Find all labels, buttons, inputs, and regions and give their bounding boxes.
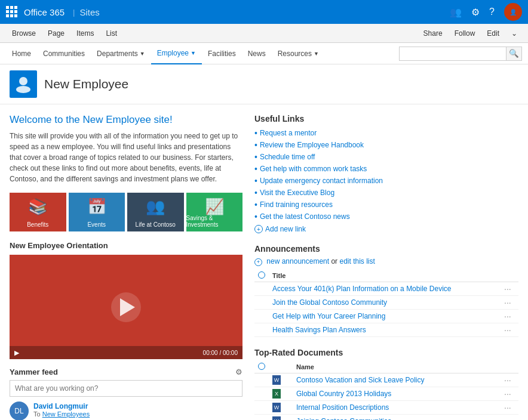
doc-item-1[interactable]: Global Country 2013 Holidays	[296, 390, 391, 398]
doc-type-icon: W	[272, 403, 281, 412]
yammer-status-input[interactable]	[10, 380, 242, 397]
link-contoso-news[interactable]: Get the latest Contoso news	[260, 212, 350, 221]
yammer-avatar-1: DL	[10, 402, 29, 420]
ann-item-0[interactable]: Access Your 401(k) Plan Information on a…	[272, 285, 452, 293]
doc-item-3[interactable]: Joining Contoso Communities	[296, 417, 391, 421]
announcements-table: Title Access Your 401(k) Plan Informatio…	[254, 270, 518, 337]
announcements-section: Announcements + new announcement or edit…	[254, 244, 518, 337]
play-button[interactable]	[111, 292, 141, 322]
table-row: Health Savings Plan Answers ···	[254, 323, 518, 336]
doc-dots-2[interactable]: ···	[501, 400, 518, 414]
ann-or: or	[331, 257, 337, 265]
video-play-icon[interactable]: ▶	[14, 349, 19, 357]
doc-dots-3[interactable]: ···	[501, 414, 518, 420]
nav-communities[interactable]: Communities	[37, 43, 91, 64]
resources-arrow: ▼	[314, 51, 319, 57]
user-avatar[interactable]: 👤	[504, 3, 522, 21]
useful-links-list: Request a mentor Review the Employee Han…	[254, 128, 518, 221]
announcements-sub: + new announcement or edit this list	[254, 257, 518, 266]
ribbon-items[interactable]: Items	[70, 24, 100, 43]
doc-item-0[interactable]: Contoso Vacation and Sick Leave Policy	[296, 376, 425, 384]
tile-life-label: Life at Contoso	[136, 221, 176, 228]
tile-life[interactable]: 👥 Life at Contoso	[127, 193, 184, 231]
settings-icon[interactable]: ⚙	[471, 7, 480, 18]
ribbon-collapse-icon[interactable]: ⌄	[506, 29, 522, 38]
yammer-title: Yammer feed	[10, 368, 58, 376]
nav-employee[interactable]: Employee ▼	[151, 43, 202, 64]
tile-events[interactable]: 📅 Events	[69, 193, 125, 231]
useful-links-title: Useful Links	[254, 114, 518, 123]
doc-dots-1[interactable]: ···	[501, 387, 518, 400]
add-new-link[interactable]: + Add new link	[254, 225, 518, 233]
ribbon-edit[interactable]: Edit	[482, 29, 504, 38]
top-docs-title: Top-Rated Documents	[254, 348, 518, 357]
ann-dots-0[interactable]: ···	[501, 282, 518, 295]
doc-dots-0[interactable]: ···	[501, 373, 518, 387]
ribbon-page[interactable]: Page	[42, 24, 70, 43]
link-timeoff[interactable]: Schedule time off	[260, 153, 315, 161]
nav-home[interactable]: Home	[6, 43, 37, 64]
add-link-label: Add new link	[265, 225, 306, 233]
link-training[interactable]: Find training resources	[260, 200, 333, 209]
add-link-icon: +	[254, 225, 263, 233]
ann-dots-3[interactable]: ···	[501, 323, 518, 336]
nav-news[interactable]: News	[242, 43, 272, 64]
list-item: Review the Employee Handbook	[254, 140, 518, 150]
link-exec-blog[interactable]: Visit the Executive Blog	[260, 189, 334, 197]
ribbon-browse[interactable]: Browse	[6, 24, 42, 43]
ann-item-2[interactable]: Get Help with Your Career Planning	[272, 312, 385, 320]
nav-departments[interactable]: Departments ▼	[91, 43, 151, 64]
table-row: W Contoso Vacation and Sick Leave Policy…	[254, 373, 518, 387]
ann-edit-link[interactable]: edit this list	[339, 257, 374, 265]
tile-savings[interactable]: 📈 Savings & Investments	[186, 193, 243, 231]
table-row: W Internal Position Descriptions ···	[254, 400, 518, 414]
sites-label[interactable]: Sites	[80, 7, 100, 17]
page-header: New Employee	[0, 64, 528, 104]
search-input[interactable]	[399, 47, 506, 61]
ribbon: Browse Page Items List Share Follow Edit…	[0, 24, 528, 43]
tile-savings-label: Savings & Investments	[186, 215, 243, 228]
list-item: Schedule time off	[254, 152, 518, 162]
ann-item-3[interactable]: Health Savings Plan Answers	[272, 326, 366, 334]
yammer-post-1-name[interactable]: David Longmuir	[33, 402, 88, 410]
doc-item-2[interactable]: Internal Position Descriptions	[296, 403, 389, 412]
yammer-post-1-group[interactable]: New Employees	[42, 410, 90, 418]
nav-search: 🔍	[399, 47, 522, 61]
play-triangle-icon	[120, 298, 135, 316]
employee-arrow: ▼	[191, 50, 196, 56]
link-mentor[interactable]: Request a mentor	[260, 129, 317, 137]
welcome-title: Welcome to the New Employee site!	[10, 114, 242, 126]
tile-benefits[interactable]: 📚 Benefits	[10, 193, 66, 231]
ann-item-1[interactable]: Join the Global Contoso Community	[272, 298, 387, 307]
help-icon[interactable]: ?	[489, 7, 495, 17]
ann-check-col	[254, 270, 269, 282]
orientation-section: New Employee Orientation ▶ 00:00 / 00:00	[10, 241, 242, 359]
page-title: New Employee	[44, 77, 128, 91]
nav-resources[interactable]: Resources ▼	[272, 43, 325, 64]
page-icon	[10, 70, 37, 98]
ann-dots-1[interactable]: ···	[501, 295, 518, 309]
svg-point-1	[16, 86, 30, 93]
ribbon-follow[interactable]: Follow	[450, 29, 480, 38]
nav-facilities[interactable]: Facilities	[202, 43, 242, 64]
search-button[interactable]: 🔍	[506, 47, 522, 61]
video-player[interactable]: ▶ 00:00 / 00:00	[10, 255, 242, 359]
top-bar-actions: 👥 ⚙ ? 👤	[450, 3, 522, 21]
useful-links-section: Useful Links Request a mentor Review the…	[254, 114, 518, 233]
list-item: Request a mentor	[254, 128, 518, 138]
ribbon-list[interactable]: List	[100, 24, 123, 43]
ann-dots-2[interactable]: ···	[501, 309, 518, 323]
top-bar: Office 365 | Sites 👥 ⚙ ? 👤	[0, 0, 528, 24]
ribbon-share[interactable]: Share	[419, 29, 447, 38]
yammer-gear-icon[interactable]: ⚙	[235, 368, 242, 376]
ann-new-link[interactable]: new announcement	[266, 257, 329, 265]
link-handbook[interactable]: Review the Employee Handbook	[260, 141, 364, 149]
people-icon[interactable]: 👥	[450, 7, 462, 18]
app-grid-icon[interactable]	[6, 6, 18, 18]
yammer-post-1-to: To New Employees	[33, 410, 242, 418]
ann-title-col: Title	[269, 270, 501, 282]
link-emergency[interactable]: Update emergency contact information	[260, 177, 383, 185]
doc-type-icon: W	[272, 375, 281, 385]
link-work-tasks[interactable]: Get help with common work tasks	[260, 165, 367, 173]
yammer-post-1: DL David Longmuir To New Employees The u…	[10, 402, 242, 420]
